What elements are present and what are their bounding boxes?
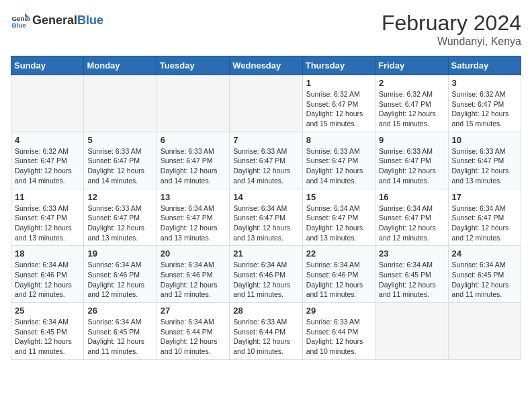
day-number: 11 [15, 192, 80, 202]
calendar-cell [230, 75, 302, 132]
day-info: Sunrise: 6:33 AMSunset: 6:47 PMDaylight:… [452, 146, 517, 186]
calendar-cell: 27Sunrise: 6:34 AMSunset: 6:44 PMDayligh… [157, 303, 229, 360]
day-info: Sunrise: 6:34 AMSunset: 6:47 PMDaylight:… [306, 203, 371, 243]
title-area: February 2024 Wundanyi, Kenya [382, 11, 521, 48]
day-info: Sunrise: 6:33 AMSunset: 6:44 PMDaylight:… [233, 317, 298, 357]
day-info: Sunrise: 6:32 AMSunset: 6:47 PMDaylight:… [379, 89, 444, 129]
logo-blue: Blue [77, 13, 103, 28]
calendar-cell: 17Sunrise: 6:34 AMSunset: 6:47 PMDayligh… [448, 189, 521, 246]
week-row-3: 11Sunrise: 6:33 AMSunset: 6:47 PMDayligh… [11, 189, 521, 246]
day-info: Sunrise: 6:32 AMSunset: 6:47 PMDaylight:… [306, 89, 371, 129]
calendar-cell: 28Sunrise: 6:33 AMSunset: 6:44 PMDayligh… [230, 303, 302, 360]
day-number: 10 [452, 135, 517, 145]
day-number: 13 [161, 192, 226, 202]
day-number: 26 [87, 306, 152, 316]
calendar-cell: 3Sunrise: 6:32 AMSunset: 6:47 PMDaylight… [448, 75, 521, 132]
calendar-cell: 25Sunrise: 6:34 AMSunset: 6:45 PMDayligh… [11, 303, 84, 360]
day-number: 7 [233, 135, 298, 145]
calendar-cell: 19Sunrise: 6:34 AMSunset: 6:46 PMDayligh… [84, 246, 157, 303]
day-info: Sunrise: 6:34 AMSunset: 6:46 PMDaylight:… [306, 260, 371, 300]
calendar-cell: 21Sunrise: 6:34 AMSunset: 6:46 PMDayligh… [230, 246, 302, 303]
day-number: 29 [306, 306, 371, 316]
day-info: Sunrise: 6:34 AMSunset: 6:47 PMDaylight:… [452, 203, 517, 243]
day-number: 1 [306, 78, 371, 88]
day-number: 22 [306, 248, 371, 259]
day-info: Sunrise: 6:33 AMSunset: 6:44 PMDaylight:… [306, 317, 371, 357]
weekday-header-friday: Friday [375, 56, 448, 75]
day-number: 27 [161, 306, 226, 316]
calendar-cell: 2Sunrise: 6:32 AMSunset: 6:47 PMDaylight… [375, 75, 448, 132]
day-info: Sunrise: 6:33 AMSunset: 6:47 PMDaylight:… [87, 203, 152, 243]
day-number: 28 [233, 306, 298, 316]
day-number: 5 [87, 135, 152, 145]
day-number: 16 [379, 192, 444, 202]
day-number: 23 [379, 248, 444, 259]
day-number: 24 [452, 248, 517, 259]
calendar-cell: 5Sunrise: 6:33 AMSunset: 6:47 PMDaylight… [84, 132, 157, 189]
calendar-cell [448, 303, 521, 360]
weekday-header-sunday: Sunday [11, 56, 84, 75]
day-number: 20 [161, 248, 226, 259]
day-number: 18 [15, 248, 80, 259]
day-info: Sunrise: 6:32 AMSunset: 6:47 PMDaylight:… [15, 146, 80, 186]
day-info: Sunrise: 6:34 AMSunset: 6:46 PMDaylight:… [15, 260, 80, 300]
logo: General Blue GeneralBlue [11, 11, 103, 30]
calendar-cell: 23Sunrise: 6:34 AMSunset: 6:45 PMDayligh… [375, 246, 448, 303]
calendar-cell [84, 75, 157, 132]
day-info: Sunrise: 6:34 AMSunset: 6:46 PMDaylight:… [233, 260, 298, 300]
day-number: 9 [379, 135, 444, 145]
day-info: Sunrise: 6:33 AMSunset: 6:47 PMDaylight:… [379, 146, 444, 186]
day-number: 17 [452, 192, 517, 202]
day-info: Sunrise: 6:33 AMSunset: 6:47 PMDaylight:… [87, 146, 152, 186]
calendar-cell: 26Sunrise: 6:34 AMSunset: 6:45 PMDayligh… [84, 303, 157, 360]
week-row-2: 4Sunrise: 6:32 AMSunset: 6:47 PMDaylight… [11, 132, 521, 189]
calendar-cell: 8Sunrise: 6:33 AMSunset: 6:47 PMDaylight… [302, 132, 375, 189]
logo-icon: General Blue [11, 11, 30, 30]
calendar-cell: 6Sunrise: 6:33 AMSunset: 6:47 PMDaylight… [157, 132, 229, 189]
calendar-cell [11, 75, 84, 132]
day-info: Sunrise: 6:33 AMSunset: 6:47 PMDaylight:… [15, 203, 80, 243]
day-info: Sunrise: 6:33 AMSunset: 6:47 PMDaylight:… [161, 146, 226, 186]
weekday-header-wednesday: Wednesday [230, 56, 302, 75]
calendar-cell: 9Sunrise: 6:33 AMSunset: 6:47 PMDaylight… [375, 132, 448, 189]
location-title: Wundanyi, Kenya [382, 36, 521, 48]
page-header: General Blue GeneralBlue February 2024 W… [11, 11, 521, 48]
week-row-4: 18Sunrise: 6:34 AMSunset: 6:46 PMDayligh… [11, 246, 521, 303]
day-number: 21 [233, 248, 298, 259]
calendar-cell [157, 75, 229, 132]
day-info: Sunrise: 6:34 AMSunset: 6:47 PMDaylight:… [233, 203, 298, 243]
calendar-cell [375, 303, 448, 360]
day-info: Sunrise: 6:32 AMSunset: 6:47 PMDaylight:… [452, 89, 517, 129]
day-info: Sunrise: 6:34 AMSunset: 6:46 PMDaylight:… [161, 260, 226, 300]
week-row-5: 25Sunrise: 6:34 AMSunset: 6:45 PMDayligh… [11, 303, 521, 360]
day-info: Sunrise: 6:34 AMSunset: 6:44 PMDaylight:… [161, 317, 226, 357]
day-info: Sunrise: 6:34 AMSunset: 6:45 PMDaylight:… [452, 260, 517, 300]
day-info: Sunrise: 6:34 AMSunset: 6:45 PMDaylight:… [15, 317, 80, 357]
day-info: Sunrise: 6:34 AMSunset: 6:45 PMDaylight:… [379, 260, 444, 300]
calendar-cell: 18Sunrise: 6:34 AMSunset: 6:46 PMDayligh… [11, 246, 84, 303]
calendar-cell: 1Sunrise: 6:32 AMSunset: 6:47 PMDaylight… [302, 75, 375, 132]
day-number: 2 [379, 78, 444, 88]
calendar-cell: 7Sunrise: 6:33 AMSunset: 6:47 PMDaylight… [230, 132, 302, 189]
week-row-1: 1Sunrise: 6:32 AMSunset: 6:47 PMDaylight… [11, 75, 521, 132]
calendar-cell: 12Sunrise: 6:33 AMSunset: 6:47 PMDayligh… [84, 189, 157, 246]
calendar-cell: 14Sunrise: 6:34 AMSunset: 6:47 PMDayligh… [230, 189, 302, 246]
day-number: 4 [15, 135, 80, 145]
day-number: 6 [161, 135, 226, 145]
day-number: 14 [233, 192, 298, 202]
calendar-table: SundayMondayTuesdayWednesdayThursdayFrid… [11, 56, 521, 360]
day-number: 8 [306, 135, 371, 145]
calendar-cell: 16Sunrise: 6:34 AMSunset: 6:47 PMDayligh… [375, 189, 448, 246]
day-number: 3 [452, 78, 517, 88]
weekday-header-row: SundayMondayTuesdayWednesdayThursdayFrid… [11, 56, 521, 75]
calendar-cell: 15Sunrise: 6:34 AMSunset: 6:47 PMDayligh… [302, 189, 375, 246]
weekday-header-monday: Monday [84, 56, 157, 75]
day-info: Sunrise: 6:34 AMSunset: 6:47 PMDaylight:… [161, 203, 226, 243]
weekday-header-tuesday: Tuesday [157, 56, 229, 75]
day-info: Sunrise: 6:34 AMSunset: 6:47 PMDaylight:… [379, 203, 444, 243]
calendar-cell: 29Sunrise: 6:33 AMSunset: 6:44 PMDayligh… [302, 303, 375, 360]
calendar-cell: 11Sunrise: 6:33 AMSunset: 6:47 PMDayligh… [11, 189, 84, 246]
weekday-header-thursday: Thursday [302, 56, 375, 75]
day-info: Sunrise: 6:34 AMSunset: 6:45 PMDaylight:… [87, 317, 152, 357]
calendar-cell: 20Sunrise: 6:34 AMSunset: 6:46 PMDayligh… [157, 246, 229, 303]
